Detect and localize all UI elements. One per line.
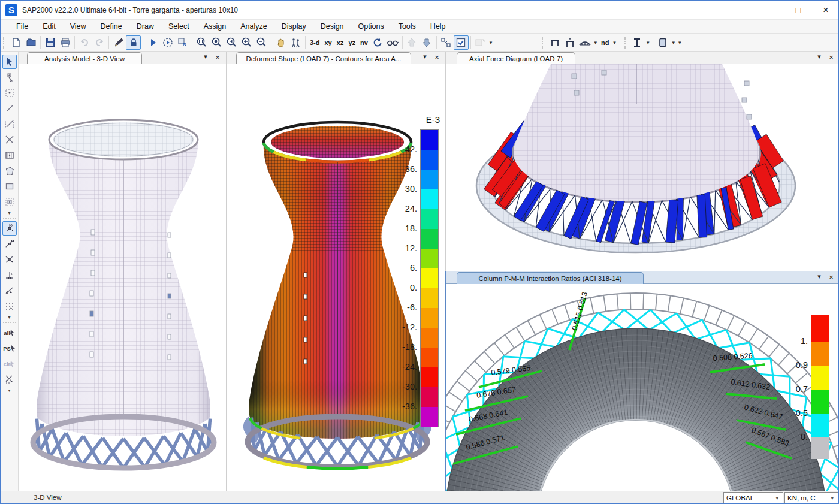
zoom-out-icon[interactable] (254, 35, 269, 50)
menu-assign[interactable]: Assign (197, 20, 234, 32)
view-3d-button[interactable]: 3-d (307, 39, 322, 46)
viewport3-menu-caret-icon[interactable]: ▾ (814, 53, 824, 61)
frame-span-loads-button[interactable] (562, 35, 577, 50)
viewport2-title-bar[interactable]: Deformed Shape (LOAD 7) - Contours for A… (227, 52, 445, 64)
draw-quick-area-tool[interactable] (2, 195, 17, 209)
menu-options[interactable]: Options (351, 20, 391, 32)
menu-view[interactable]: View (63, 20, 93, 32)
menu-tools[interactable]: Tools (391, 20, 423, 32)
print-button[interactable] (58, 35, 73, 50)
run-options-button[interactable] (160, 35, 175, 50)
viewport4-tab[interactable]: Column P-M-M Interaction Ratios (ACI 318… (457, 272, 644, 284)
save-button[interactable] (43, 35, 58, 50)
minimize-button[interactable]: – (757, 1, 784, 20)
viewport4-title-bar[interactable]: Column P-M-M Interaction Ratios (ACI 318… (446, 271, 839, 284)
rotate-view-icon[interactable] (370, 35, 385, 50)
draw-quick-frame-tool[interactable] (2, 117, 17, 131)
viewport4-canvas[interactable]: 0.515 0.5130.508 0.5260.579 0.5650.612 0… (446, 284, 839, 491)
wall-dropdown-caret-icon[interactable]: ▾ (670, 40, 677, 46)
draw-frame-tool[interactable] (2, 101, 17, 116)
viewport3-close-icon[interactable]: × (826, 53, 836, 62)
close-button[interactable]: × (812, 1, 839, 20)
coord-system-select[interactable]: GLOBAL▾ (723, 492, 783, 504)
assign-dropdown-caret-icon[interactable]: ▾ (488, 40, 494, 46)
viewport2-tab[interactable]: Deformed Shape (LOAD 7) - Contours for A… (236, 52, 411, 64)
viewport3-title-bar[interactable]: Axial Force Diagram (LOAD 7) ▾ × (446, 52, 839, 64)
open-model-button[interactable] (23, 35, 38, 50)
draw-special-joint-tool[interactable] (2, 86, 17, 100)
more-tools-caret-icon[interactable]: ▾ (677, 40, 683, 46)
units-select[interactable]: KN, m, C▾ (784, 492, 838, 504)
deformed-shape-contour-view[interactable] (227, 64, 445, 491)
draw-rect-area-tool[interactable] (2, 179, 17, 194)
menu-define[interactable]: Define (93, 20, 129, 32)
snap-tools-expand-icon[interactable]: ▾ (1, 314, 18, 320)
previous-selection-button[interactable]: PS (2, 341, 17, 355)
axial-force-diagram-view[interactable] (446, 64, 839, 271)
move-down-list-icon[interactable] (420, 35, 434, 50)
view-yz-button[interactable]: yz (346, 39, 358, 46)
display-options-button[interactable] (454, 35, 469, 50)
viewport3-tab[interactable]: Axial Force Diagram (LOAD 7) (457, 52, 575, 64)
menu-design[interactable]: Design (313, 20, 351, 32)
viewport1-title-bar[interactable]: Analysis Model - 3-D View ▾ × (19, 52, 226, 64)
draw-secondary-beams-tool[interactable] (2, 148, 17, 162)
viewport1-menu-caret-icon[interactable]: ▾ (201, 53, 210, 61)
modify-undeformed-geometry-button[interactable] (175, 35, 190, 50)
menu-edit[interactable]: Edit (35, 20, 63, 32)
zoom-previous-icon[interactable] (224, 35, 239, 50)
viewport1-close-icon[interactable]: × (213, 53, 222, 62)
zoom-in-icon[interactable] (239, 35, 254, 50)
menu-display[interactable]: Display (274, 20, 313, 32)
perspective-glasses-icon[interactable] (385, 35, 400, 50)
select-tools-expand-icon[interactable]: ▾ (1, 387, 18, 393)
viewport4-menu-caret-icon[interactable]: ▾ (814, 273, 824, 280)
viewport2-close-icon[interactable]: × (432, 53, 442, 62)
undo-button[interactable] (77, 35, 92, 50)
view-nv-button[interactable]: nv (358, 39, 370, 46)
menu-analyze[interactable]: Analyze (233, 20, 274, 32)
draw-poly-area-tool[interactable] (2, 164, 17, 178)
pan-hand-icon[interactable] (273, 35, 288, 50)
lock-model-button[interactable] (126, 35, 141, 50)
new-model-button[interactable] (8, 35, 23, 50)
run-analysis-button[interactable] (145, 35, 160, 50)
reshape-object-tool[interactable] (2, 70, 17, 84)
draw-braces-tool[interactable] (2, 132, 17, 147)
snap-intersections-tool[interactable] (2, 252, 17, 267)
snap-joints-tool[interactable] (2, 221, 17, 236)
snap-lines-tool[interactable] (2, 283, 17, 298)
walkthrough-icon[interactable] (288, 35, 303, 50)
bridge-dropdown-caret-icon[interactable]: ▾ (592, 40, 599, 46)
draw-tools-expand-icon[interactable]: ▾ (1, 210, 18, 216)
analysis-model-3d-view[interactable] (19, 64, 226, 491)
deselect-button[interactable] (2, 372, 17, 387)
menu-help[interactable]: Help (423, 20, 453, 32)
select-all-button[interactable]: all (2, 325, 17, 340)
draw-pen-button[interactable] (111, 35, 126, 50)
menu-file[interactable]: File (9, 20, 35, 32)
assign-to-group-button[interactable] (473, 35, 488, 50)
snap-grid-tool[interactable] (2, 299, 17, 313)
nd-button[interactable]: nd (599, 39, 611, 46)
move-up-list-icon[interactable] (405, 35, 420, 50)
viewport3-canvas[interactable] (446, 64, 839, 271)
view-xy-button[interactable]: xy (322, 39, 334, 46)
maximize-button[interactable]: □ (784, 1, 812, 20)
viewport2-menu-caret-icon[interactable]: ▾ (420, 53, 430, 61)
viewport2-canvas[interactable]: E-3 42. 36. 30. 24. 1 (227, 64, 445, 491)
select-pointer-tool[interactable] (2, 55, 17, 69)
viewport1-tab[interactable]: Analysis Model - 3-D View (27, 52, 142, 64)
shrink-objects-button[interactable] (439, 35, 454, 50)
nd-dropdown-caret-icon[interactable]: ▾ (611, 40, 618, 46)
zoom-full-icon[interactable] (209, 35, 224, 50)
menu-select[interactable]: Select (161, 20, 197, 32)
frame-section-button[interactable] (547, 35, 562, 50)
redo-button[interactable] (92, 35, 107, 50)
view-xz-button[interactable]: xz (334, 39, 346, 46)
snap-perpendicular-tool[interactable] (2, 268, 17, 282)
viewport1-canvas[interactable] (19, 64, 226, 491)
zoom-window-icon[interactable] (194, 35, 209, 50)
snap-midpoints-tool[interactable] (2, 237, 17, 251)
cable-bridge-button[interactable] (577, 35, 592, 50)
